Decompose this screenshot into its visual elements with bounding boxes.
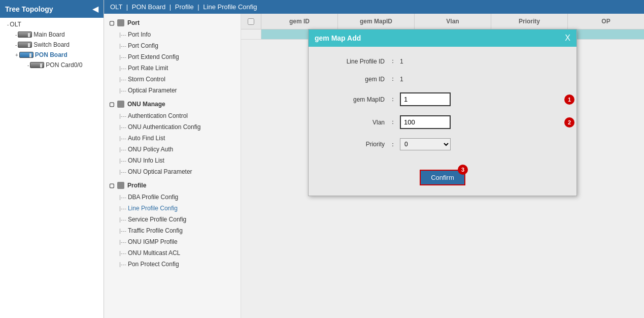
breadcrumb-profile: Profile <box>175 3 194 11</box>
gem-mapid-input[interactable] <box>400 92 451 106</box>
nav-port-config[interactable]: Port Config <box>104 40 241 51</box>
switchboard-label: Switch Board <box>33 41 70 48</box>
line-profile-id-colon: ： <box>390 57 396 66</box>
expand-icon-pc: - <box>27 62 29 68</box>
priority-label: Priority <box>324 141 385 148</box>
mainboard-icon <box>18 31 32 38</box>
nav-optical-parameter[interactable]: Optical Parameter <box>104 85 241 96</box>
tree-ponboard-row[interactable]: + PON Board <box>12 50 104 60</box>
nav-port-header[interactable]: ▢ Port <box>104 17 241 29</box>
modal-title: gem Map Add <box>315 34 361 42</box>
sidebar-collapse-button[interactable]: ◀ <box>92 4 98 14</box>
onu-section-icon <box>117 101 124 108</box>
breadcrumb-ponboard: PON Board <box>132 3 165 11</box>
vlan-label: Vlan <box>324 119 385 126</box>
nav-onu-policy-auth[interactable]: ONU Policy Auth <box>104 144 241 155</box>
gem-id-label: gem ID <box>324 76 385 83</box>
left-nav: ▢ Port Port Info Port Config Port Extend… <box>104 14 241 318</box>
gem-map-add-modal: gem Map Add X Line Profile ID ： 1 <box>308 29 577 196</box>
profile-items: DBA Profile Config Line Profile Config S… <box>104 192 241 270</box>
main-layout: Tree Topology ◀ - OLT - Main Board <box>0 0 644 318</box>
tree-olt-row[interactable]: - OLT <box>4 19 104 29</box>
step-badge-2: 2 <box>564 117 574 128</box>
vlan-colon: ： <box>390 118 396 126</box>
nav-port-rate-limit[interactable]: Port Rate Limit <box>104 62 241 74</box>
tree-poncard-container: - PON Card0/0 <box>24 60 104 70</box>
nav-pon-protect-config[interactable]: Pon Protect Config <box>104 259 241 270</box>
onu-expand-icon: ▢ <box>109 101 114 108</box>
tree-ponboard-container: + PON Board - PON Card0/0 <box>12 50 104 70</box>
switchboard-icon <box>18 42 32 48</box>
tree-mainboard-row[interactable]: - Main Board <box>12 29 104 40</box>
nav-dba-profile[interactable]: DBA Profile Config <box>104 192 241 203</box>
nav-onu-section: ▢ ONU Manage Authentication Control ONU … <box>104 98 241 177</box>
app-container: Tree Topology ◀ - OLT - Main Board <box>0 0 644 318</box>
nav-line-profile[interactable]: Line Profile Config <box>104 203 241 214</box>
modal-vlan-row: Vlan ： 2 <box>324 115 561 129</box>
priority-select[interactable]: 0 1 2 3 4 5 6 7 <box>400 138 451 150</box>
gem-mapid-label: gem MapID <box>324 96 385 103</box>
nav-auto-find-list[interactable]: Auto Find List <box>104 133 241 144</box>
tree-switchboard-container: - Switch Board <box>12 40 104 50</box>
modal-close-button[interactable]: X <box>565 34 570 43</box>
nav-port-section: ▢ Port Port Info Port Config Port Extend… <box>104 17 241 96</box>
step-badge-3: 3 <box>458 165 468 175</box>
mainboard-label: Main Board <box>33 31 64 38</box>
tree-olt: - OLT - Main Board - Switch Board <box>4 18 104 72</box>
expand-icon-mb: - <box>15 32 17 38</box>
sep1: | <box>126 3 130 11</box>
gem-mapid-colon: ： <box>390 95 396 104</box>
poncard-icon <box>30 62 44 68</box>
expand-icon-sb: - <box>15 42 17 48</box>
profile-expand-icon: ▢ <box>109 182 114 189</box>
onu-section-label: ONU Manage <box>127 101 165 108</box>
modal-body: Line Profile ID ： 1 gem ID ： 1 <box>309 47 577 170</box>
sep3: | <box>197 3 201 11</box>
profile-section-icon <box>117 182 124 189</box>
ponboard-icon <box>19 52 33 58</box>
expand-icon-pb: + <box>15 52 18 58</box>
nav-onu-header[interactable]: ▢ ONU Manage <box>104 98 241 110</box>
nav-service-profile[interactable]: Service Profile Config <box>104 214 241 225</box>
modal-footer: Confirm 3 <box>309 170 577 196</box>
step-badge-1: 1 <box>564 94 574 105</box>
line-profile-id-label: Line Profile ID <box>324 58 385 65</box>
sidebar-title: Tree Topology <box>5 5 53 13</box>
nav-profile-section: ▢ Profile DBA Profile Config Line Profil… <box>104 179 241 270</box>
modal-gem-id-row: gem ID ： 1 <box>324 75 561 83</box>
nav-onu-auth-config[interactable]: ONU Authentication Config <box>104 121 241 133</box>
main-panel: ▢ Port Port Info Port Config Port Extend… <box>104 14 644 318</box>
profile-section-label: Profile <box>127 182 146 189</box>
port-items: Port Info Port Config Port Extend Config… <box>104 29 241 96</box>
content-area: OLT | PON Board | Profile | Line Profile… <box>104 0 644 318</box>
nav-onu-info-list[interactable]: ONU Info List <box>104 155 241 166</box>
nav-onu-multicast-acl[interactable]: ONU Multicast ACL <box>104 247 241 259</box>
modal-header: gem Map Add X <box>309 29 577 47</box>
poncard-label: PON Card0/0 <box>46 61 82 69</box>
nav-storm-control[interactable]: Storm Control <box>104 74 241 85</box>
sidebar-header: Tree Topology ◀ <box>0 0 104 18</box>
breadcrumb: OLT | PON Board | Profile | Line Profile… <box>104 0 644 14</box>
nav-port-info[interactable]: Port Info <box>104 29 241 40</box>
vlan-input[interactable] <box>400 115 451 129</box>
gem-id-value: 1 <box>400 76 403 83</box>
nav-auth-control[interactable]: Authentication Control <box>104 110 241 121</box>
breadcrumb-lineprofile: Line Profile Config <box>203 3 257 11</box>
tree-poncard-row[interactable]: - PON Card0/0 <box>24 60 104 70</box>
nav-onu-optical-param[interactable]: ONU Optical Parameter <box>104 166 241 177</box>
port-section-label: Port <box>127 19 140 26</box>
expand-icon: - <box>7 22 9 27</box>
onu-items: Authentication Control ONU Authenticatio… <box>104 110 241 177</box>
nav-profile-header[interactable]: ▢ Profile <box>104 179 241 192</box>
ponboard-label: PON Board <box>35 51 67 58</box>
nav-onu-igmp[interactable]: ONU IGMP Profile <box>104 236 241 247</box>
tree-switchboard-row[interactable]: - Switch Board <box>12 40 104 50</box>
port-section-icon <box>117 19 124 26</box>
nav-port-extend-config[interactable]: Port Extend Config <box>104 51 241 62</box>
nav-traffic-profile[interactable]: Traffic Profile Config <box>104 225 241 236</box>
breadcrumb-olt: OLT <box>110 3 122 11</box>
sep2: | <box>170 3 173 11</box>
port-expand-icon: ▢ <box>109 20 114 26</box>
olt-label: OLT <box>10 21 21 28</box>
modal-line-profile-row: Line Profile ID ： 1 <box>324 57 561 66</box>
